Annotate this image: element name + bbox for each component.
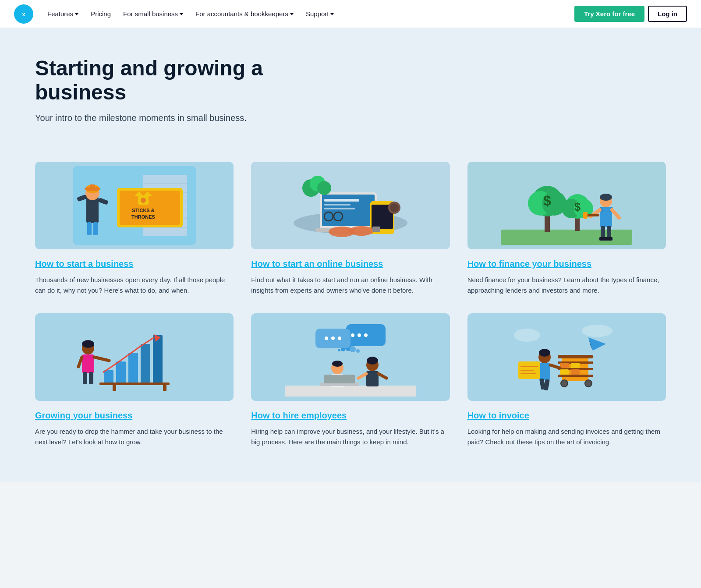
card-growing-business[interactable]: Growing your business Are you ready to d… [35,313,234,447]
card-title-online-business[interactable]: How to start an online business [251,258,450,269]
card-desc-start-business: Thousands of new businesses open every d… [35,275,234,296]
card-image-finance-business: $ $ [467,162,666,249]
xero-logo[interactable]: x [14,4,33,24]
svg-rect-66 [586,214,599,216]
card-start-business[interactable]: STICKS & THRONES How to start a business… [35,162,234,296]
nav-actions: Try Xero for free Log in [574,6,687,22]
nav-accountants[interactable]: For accountants & bookkeepers [190,7,299,21]
svg-rect-80 [163,385,166,391]
svg-rect-76 [141,344,150,383]
card-invoice[interactable]: How to invoice Looking for help on makin… [467,313,666,447]
svg-rect-77 [153,335,163,383]
svg-rect-48 [501,230,632,245]
svg-point-97 [351,333,354,337]
nav-links: Features Pricing For small business For … [42,7,571,21]
svg-rect-79 [113,385,116,391]
chevron-down-icon [180,13,183,15]
chevron-down-icon [75,13,78,15]
page-title: Starting and growing a business [35,56,342,104]
svg-rect-44 [372,227,380,232]
navbar: x Features Pricing For small business Fo… [0,0,701,28]
svg-point-98 [358,333,361,337]
svg-rect-120 [558,355,593,358]
card-title-growing-business[interactable]: Growing your business [35,410,234,421]
svg-rect-132 [539,363,550,380]
card-image-online-business [251,162,450,249]
card-image-growing-business [35,313,234,401]
svg-text:THRONES: THRONES [131,214,155,220]
svg-point-40 [349,226,374,236]
svg-rect-31 [324,204,350,205]
chevron-down-icon [290,13,294,15]
card-hire-employees[interactable]: How to hire employees Hiring help can im… [251,313,450,447]
svg-point-60 [600,194,612,201]
svg-point-95 [350,346,356,352]
svg-point-124 [561,380,568,387]
svg-rect-18 [93,222,98,235]
svg-point-23 [141,198,146,203]
svg-point-102 [338,337,341,340]
svg-text:$: $ [543,193,551,209]
svg-point-100 [325,337,328,340]
svg-point-93 [338,349,340,351]
cards-grid: STICKS & THRONES How to start a business… [35,162,666,447]
try-xero-button[interactable]: Try Xero for free [574,6,644,22]
svg-point-101 [331,337,335,340]
svg-rect-74 [116,361,126,383]
card-title-invoice[interactable]: How to invoice [467,410,666,421]
card-image-invoice [467,313,666,401]
svg-rect-129 [571,369,580,375]
nav-pricing[interactable]: Pricing [85,7,116,21]
svg-text:STICKS &: STICKS & [132,208,154,213]
card-desc-finance-business: Need finance for your business? Learn ab… [467,275,666,296]
svg-rect-30 [324,199,359,202]
svg-point-96 [356,349,360,353]
card-finance-business[interactable]: $ $ [467,162,666,296]
card-desc-invoice: Looking for help on making and sending i… [467,426,666,447]
card-title-finance-business[interactable]: How to finance your business [467,258,666,269]
svg-rect-10 [86,197,99,223]
svg-point-105 [332,361,343,367]
card-title-hire-employees[interactable]: How to hire employees [251,410,450,421]
svg-rect-123 [558,375,593,377]
svg-rect-88 [89,372,93,384]
login-button[interactable]: Log in [648,6,687,22]
card-desc-growing-business: Are you ready to drop the hammer and tak… [35,426,234,447]
svg-point-125 [585,380,592,387]
svg-point-99 [364,333,368,337]
svg-text:$: $ [574,200,581,213]
svg-point-38 [317,181,331,195]
svg-point-115 [514,329,540,342]
svg-point-131 [539,349,550,357]
card-desc-online-business: Find out what it takes to start and run … [251,275,450,296]
svg-rect-71 [605,237,612,241]
hero-subtitle: Your intro to the milestone moments in s… [35,113,298,123]
card-title-start-business[interactable]: How to start a business [35,258,234,269]
svg-rect-70 [599,237,606,241]
chevron-down-icon [330,13,334,15]
card-online-business[interactable]: How to start an online business Find out… [251,162,450,296]
svg-rect-127 [571,363,580,368]
svg-rect-128 [560,369,569,375]
svg-rect-73 [104,370,113,383]
card-image-start-business: STICKS & THRONES [35,162,234,249]
svg-rect-78 [99,383,170,385]
svg-rect-87 [83,372,87,384]
svg-rect-32 [324,208,355,209]
svg-point-116 [582,325,612,337]
svg-text:x: x [22,11,25,17]
card-desc-hire-employees: Hiring help can improve your business, a… [251,426,450,447]
svg-rect-111 [366,371,379,386]
svg-rect-103 [285,386,416,397]
svg-rect-17 [87,222,92,235]
nav-small-business[interactable]: For small business [118,7,188,21]
svg-rect-108 [324,375,355,383]
card-image-hire-employees [251,313,450,401]
svg-point-46 [390,203,399,212]
nav-features[interactable]: Features [42,7,84,21]
nav-support[interactable]: Support [301,7,340,21]
svg-point-110 [367,357,378,365]
svg-rect-67 [583,212,588,219]
svg-rect-14 [90,184,95,190]
svg-point-83 [82,340,94,348]
